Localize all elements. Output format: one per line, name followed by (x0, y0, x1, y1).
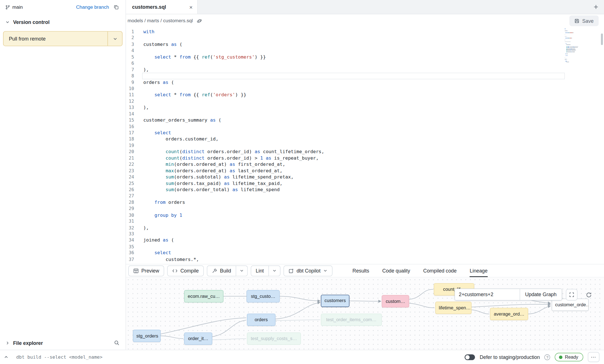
code-line[interactable]: 3customers as ( (126, 41, 604, 47)
code-line[interactable]: 17 select (126, 130, 604, 136)
dag-icon-button[interactable] (196, 18, 202, 24)
code-text (134, 98, 143, 104)
command-bar-expand-button[interactable] (4, 355, 8, 359)
pull-from-remote-button[interactable]: Pull from remote (3, 31, 123, 46)
code-line[interactable]: 35 (126, 244, 604, 250)
code-line[interactable]: 14 (126, 111, 604, 117)
code-line[interactable]: 9orders as ( (126, 79, 604, 85)
lineage-node-stg_orders[interactable]: stg_orders (133, 330, 161, 342)
code-line[interactable]: 24 sum(orders.subtotal) as lifetime_spen… (126, 174, 604, 180)
lint-button[interactable]: Lint (251, 265, 269, 276)
code-line[interactable]: 13), (126, 104, 604, 111)
lineage-node-orders[interactable]: orders (247, 314, 275, 326)
ready-label: Ready (565, 354, 578, 360)
code-line[interactable]: 27 (126, 193, 604, 199)
tab-lineage[interactable]: Lineage (470, 264, 488, 277)
fullscreen-button[interactable] (566, 289, 578, 300)
code-editor[interactable]: 1with23customers as (45 select * from {{… (126, 27, 604, 264)
sidebar-spacer (0, 46, 126, 336)
command-input[interactable]: dbt build --select <model_name> (16, 354, 102, 360)
lineage-node-lifetime_spen[interactable]: lifetime_spen… (435, 302, 471, 314)
tab-code-quality[interactable]: Code quality (382, 264, 410, 277)
file-explorer-header[interactable]: File explorer (0, 336, 126, 350)
file-search-button[interactable] (114, 340, 120, 345)
tab-results[interactable]: Results (353, 264, 369, 277)
pull-from-remote-caret[interactable] (107, 32, 122, 46)
code-line[interactable]: 12 (126, 98, 604, 104)
close-tab-icon[interactable]: × (189, 4, 193, 10)
search-icon (114, 340, 120, 345)
code-line[interactable]: 25 sum(orders.tax_paid) as lifetime_tax_… (126, 180, 604, 186)
code-line[interactable]: 15customer_orders_summary as ( (126, 117, 604, 123)
preview-button[interactable]: Preview (128, 265, 164, 276)
code-line[interactable]: 20 count(distinct orders.order_id) as co… (126, 149, 604, 155)
version-control-header[interactable]: Version control (0, 14, 126, 29)
build-button[interactable]: Build (207, 265, 236, 276)
code-text: with (134, 28, 154, 35)
more-options-button[interactable]: ⋯ (588, 352, 599, 362)
code-line[interactable]: 22 min(orders.ordered_at) as first_order… (126, 161, 604, 168)
copy-icon (114, 5, 119, 10)
lineage-panel[interactable]: ecom.raw_cu…stg_custo…customerscustom…co… (126, 277, 604, 350)
build-options-caret[interactable] (236, 265, 248, 276)
line-number: 29 (126, 206, 134, 212)
code-line[interactable]: 21 count(distinct orders.order_id) > 1 a… (126, 155, 604, 161)
line-number: 30 (126, 212, 134, 218)
code-line[interactable]: 30 group by 1 (126, 212, 604, 218)
code-line[interactable]: 36 select (126, 250, 604, 256)
graph-selector-input[interactable] (455, 289, 520, 300)
code-line[interactable]: 7), (126, 66, 604, 73)
dbt-copilot-button[interactable]: dbt Copilot (284, 265, 333, 276)
tab-compiled-code[interactable]: Compiled code (423, 264, 457, 277)
lineage-node-order_it[interactable]: order_it… (184, 332, 212, 345)
code-line[interactable]: 23 max(orders.ordered_at) as last_ordere… (126, 168, 604, 174)
copy-branch-button[interactable] (114, 5, 119, 10)
code-line[interactable]: 4 (126, 48, 604, 54)
code-line[interactable]: 32), (126, 225, 604, 231)
update-graph-button[interactable]: Update Graph (520, 289, 562, 300)
defer-label: Defer to staging/production (480, 354, 540, 360)
save-button[interactable]: Save (570, 15, 599, 26)
code-line[interactable]: 31 (126, 218, 604, 224)
code-line[interactable]: 37 customers.*, (126, 256, 604, 262)
status-badge: Ready (555, 353, 583, 361)
compile-button[interactable]: Compile (167, 265, 204, 276)
code-line[interactable]: 28 from orders (126, 199, 604, 206)
change-branch-link[interactable]: Change branch (76, 5, 109, 10)
lineage-node-ecom.raw_cu[interactable]: ecom.raw_cu… (184, 290, 223, 303)
minimap[interactable] (565, 28, 589, 62)
defer-toggle[interactable] (465, 354, 475, 360)
code-line[interactable]: 33 (126, 231, 604, 237)
lineage-node-stg_custo[interactable]: stg_custo… (247, 290, 280, 303)
code-line[interactable]: 8 (126, 73, 604, 79)
code-text (134, 85, 143, 91)
lint-options-caret[interactable] (269, 265, 280, 276)
lineage-node-custom[interactable]: custom… (382, 295, 409, 307)
line-number: 18 (126, 136, 134, 142)
line-number: 4 (126, 48, 134, 54)
code-line[interactable]: 2 (126, 35, 604, 41)
code-line[interactable]: 18 orders.customer_id, (126, 136, 604, 142)
lineage-node-test_order_items_com[interactable]: test_order_items_com… (321, 314, 382, 326)
code-line[interactable]: 11 select * from {{ ref('orders') }} (126, 92, 604, 98)
code-line[interactable]: 19 (126, 142, 604, 149)
tab-customers-sql[interactable]: customers.sql × (126, 0, 198, 14)
editor-scrollbar[interactable] (601, 34, 603, 45)
current-branch[interactable]: main (5, 5, 23, 10)
new-tab-button[interactable] (593, 4, 599, 10)
code-line[interactable]: 26 sum(orders.order_total) as lifetime_s… (126, 187, 604, 193)
help-icon[interactable]: ? (545, 354, 550, 360)
code-line[interactable]: 29 (126, 206, 604, 212)
lineage-node-customers[interactable]: customers (321, 295, 349, 307)
code-line[interactable]: 5 select * from {{ ref('stg_customers') … (126, 54, 604, 60)
code-line[interactable]: 34joined as ( (126, 237, 604, 244)
code-line[interactable]: 16 (126, 123, 604, 129)
line-number: 31 (126, 218, 134, 224)
code-line[interactable]: 10 (126, 85, 604, 91)
lineage-node-test_supply_costs_s[interactable]: test_supply_costs_s… (247, 332, 301, 345)
lineage-node-average_ord[interactable]: average_ord… (490, 308, 528, 320)
refresh-graph-button[interactable] (583, 289, 594, 300)
code-text: select * from {{ ref('stg_customers') }} (134, 54, 266, 60)
code-line[interactable]: 6 (126, 60, 604, 66)
code-line[interactable]: 1with (126, 28, 604, 35)
